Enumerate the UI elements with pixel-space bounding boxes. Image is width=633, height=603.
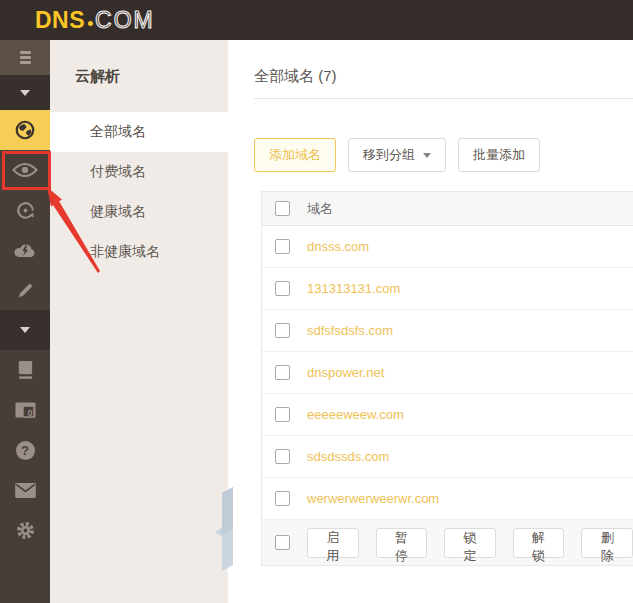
domain-link[interactable]: 131313131.com <box>307 281 400 296</box>
sidebar-item-docs[interactable] <box>0 350 50 390</box>
table-row: werwerwerweerwr.com <box>262 478 633 520</box>
domain-link[interactable]: dnspower.net <box>307 365 384 380</box>
top-bar: DNS COM <box>0 0 633 40</box>
subnav-title: 云解析 <box>50 40 228 112</box>
sidebar-item-sync[interactable] <box>0 190 50 230</box>
move-to-group-label: 移到分组 <box>363 146 415 164</box>
table-row: eeeeeweew.com <box>262 394 633 436</box>
domain-link[interactable]: dnsss.com <box>307 239 369 254</box>
enable-button[interactable]: 启用 <box>307 528 359 558</box>
row-checkbox[interactable] <box>275 239 290 254</box>
sidebar-item-messages[interactable] <box>0 470 50 510</box>
chevron-left-icon <box>209 487 235 571</box>
pause-button[interactable]: 暂停 <box>376 528 428 558</box>
move-to-group-dropdown[interactable]: 移到分组 <box>348 138 446 172</box>
globe-icon <box>14 119 36 141</box>
sidebar-item-paid-domains[interactable]: 付费域名 <box>50 152 228 192</box>
row-checkbox[interactable] <box>275 449 290 464</box>
menu-icon <box>20 51 31 64</box>
sidebar-item-unhealthy-domains[interactable]: 非健康域名 <box>50 232 228 272</box>
row-checkbox[interactable] <box>275 491 290 506</box>
icon-rail: 0 ? <box>0 40 50 603</box>
logo-text-com: COM <box>95 7 155 34</box>
sidebar-item-healthy-domains[interactable]: 健康域名 <box>50 192 228 232</box>
sidebar-collapse-bottom[interactable] <box>0 310 50 350</box>
batch-add-button[interactable]: 批量添加 <box>458 138 540 172</box>
gear-icon <box>15 520 36 541</box>
sidebar-item-all-domains[interactable]: 全部域名 <box>50 112 228 152</box>
help-icon: ? <box>16 441 35 460</box>
row-checkbox[interactable] <box>275 407 290 422</box>
select-all-checkbox[interactable] <box>275 535 290 550</box>
row-checkbox[interactable] <box>275 365 290 380</box>
domain-table: 域名 dnsss.com 131313131.com sdfsfsdsfs.co… <box>261 191 633 566</box>
pen-icon <box>16 281 35 300</box>
table-row: sdfsfsdsfs.com <box>262 310 633 352</box>
table-row: sdsdssds.com <box>262 436 633 478</box>
sidebar-item-billing[interactable]: 0 <box>0 390 50 430</box>
table-header-row: 域名 <box>262 192 633 226</box>
eye-icon <box>12 162 38 178</box>
sidebar-item-edit[interactable] <box>0 270 50 310</box>
batch-actions-row: 启用 暂停 锁定 解锁 删除 <box>262 520 633 565</box>
column-header-domain: 域名 <box>307 200 333 218</box>
add-domain-button[interactable]: 添加域名 <box>254 138 336 172</box>
delete-button[interactable]: 删除 <box>581 528 633 558</box>
dns-com-logo[interactable]: DNS COM <box>35 7 155 34</box>
domain-link[interactable]: werwerwerweerwr.com <box>307 491 439 506</box>
sidebar-item-cdn[interactable] <box>0 230 50 270</box>
page-title: 全部域名 (7) <box>254 67 337 86</box>
row-checkbox[interactable] <box>275 323 290 338</box>
page-head: 全部域名 (7) <box>254 40 633 99</box>
billing-icon: 0 <box>15 402 36 419</box>
table-row: 131313131.com <box>262 268 633 310</box>
sidebar-collapse-top[interactable] <box>0 75 50 110</box>
sidebar-item-help[interactable]: ? <box>0 430 50 470</box>
billing-badge: 0 <box>27 408 32 418</box>
chevron-down-icon <box>20 327 30 333</box>
main-content: 全部域名 (7) 添加域名 移到分组 批量添加 域名 dnsss.com 131… <box>228 40 633 603</box>
logo-text-dns: DNS <box>35 7 85 34</box>
panel-collapse-handle[interactable] <box>209 487 235 571</box>
domain-link[interactable]: eeeeeweew.com <box>307 407 404 422</box>
chevron-down-icon <box>423 153 431 158</box>
sidebar-item-menu[interactable] <box>0 40 50 75</box>
sidebar-item-monitor[interactable] <box>0 150 50 190</box>
domain-link[interactable]: sdsdssds.com <box>307 449 389 464</box>
mail-icon <box>15 483 36 498</box>
logo-dot <box>88 21 93 26</box>
lock-button[interactable]: 锁定 <box>444 528 496 558</box>
domain-link[interactable]: sdfsfsdsfs.com <box>307 323 393 338</box>
subnav-panel: 云解析 全部域名 付费域名 健康域名 非健康域名 <box>50 40 228 603</box>
row-checkbox[interactable] <box>275 281 290 296</box>
chevron-down-icon <box>20 90 30 96</box>
select-all-checkbox[interactable] <box>275 201 290 216</box>
toolbar: 添加域名 移到分组 批量添加 <box>254 138 633 172</box>
dns-console-page: DNS COM <box>0 0 633 603</box>
unlock-button[interactable]: 解锁 <box>513 528 565 558</box>
cloud-bolt-icon <box>13 241 37 259</box>
table-row: dnspower.net <box>262 352 633 394</box>
table-row: dnsss.com <box>262 226 633 268</box>
sidebar-item-dns-resolution[interactable] <box>0 110 50 150</box>
sync-icon <box>15 200 36 221</box>
sidebar-item-settings[interactable] <box>0 510 50 550</box>
book-icon <box>16 360 35 380</box>
